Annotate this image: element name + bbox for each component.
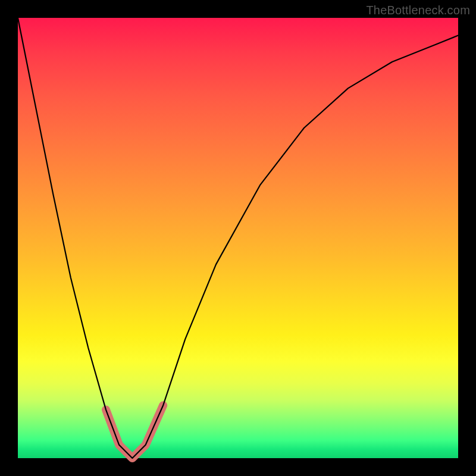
watermark-text: TheBottleneck.com <box>366 4 470 17</box>
chart-frame <box>18 18 458 458</box>
bottleneck-curve-svg <box>18 18 458 458</box>
bottleneck-curve <box>18 18 458 458</box>
